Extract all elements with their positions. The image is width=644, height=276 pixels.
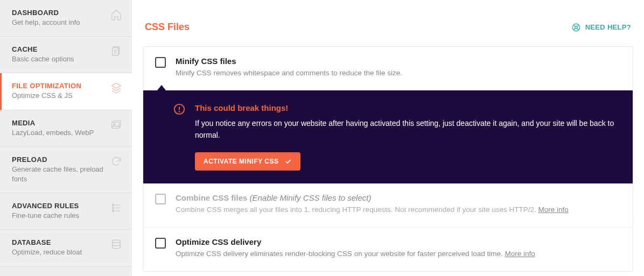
sidebar-item-subtitle: Basic cache options: [12, 54, 106, 64]
list-icon: [110, 202, 122, 214]
sidebar-item-title: MEDIA: [12, 119, 106, 127]
refresh-icon: [110, 155, 122, 167]
setting-title: Optimize CSS delivery: [176, 237, 621, 246]
svg-rect-8: [113, 204, 114, 206]
sidebar-item-title: FILE OPTIMIZATION: [12, 82, 106, 90]
setting-desc: Combine CSS merges all your files into 1…: [176, 204, 621, 215]
home-icon: [110, 9, 122, 20]
optimize-css-delivery-checkbox[interactable]: [155, 238, 166, 249]
sidebar-item-advanced-rules[interactable]: ADVANCED RULES Fine-tune cache rules: [0, 193, 132, 230]
help-icon: [571, 23, 581, 32]
combine-css-checkbox[interactable]: [155, 194, 166, 204]
check-icon: [284, 158, 292, 165]
warning-title: This could break things!: [195, 103, 621, 112]
setting-minify-css: Minify CSS files Minify CSS removes whit…: [143, 47, 633, 90]
more-info-link[interactable]: More info: [538, 206, 569, 214]
svg-point-16: [575, 26, 577, 29]
sidebar-item-cache[interactable]: CACHE Basic cache options: [0, 37, 132, 73]
setting-desc: Minify CSS removes whitespace and commen…: [176, 68, 621, 79]
sidebar-item-title: CACHE: [12, 45, 106, 53]
svg-rect-10: [113, 210, 114, 212]
setting-hint: (Enable Minify CSS files to select): [250, 193, 372, 202]
activate-minify-css-button[interactable]: ACTIVATE MINIFY CSS: [195, 152, 300, 171]
help-label: NEED HELP?: [585, 23, 631, 31]
warning-panel: This could break things! If you notice a…: [143, 90, 633, 183]
sidebar-item-subtitle: Fine-tune cache rules: [12, 211, 106, 221]
warning-icon: [173, 103, 185, 115]
sidebar-item-title: ADVANCED RULES: [12, 202, 106, 210]
sidebar-item-subtitle: Get help, account info: [12, 18, 106, 27]
setting-title: Minify CSS files: [176, 56, 621, 66]
sidebar-item-title: PRELOAD: [12, 155, 106, 164]
svg-line-20: [577, 25, 579, 26]
svg-line-19: [573, 28, 575, 30]
svg-point-23: [179, 111, 180, 112]
page-header: CSS Files NEED HELP?: [143, 22, 633, 33]
images-icon: [110, 119, 122, 131]
document-icon: [110, 45, 122, 57]
sidebar-item-database[interactable]: DATABASE Optimize, reduce bloat: [0, 230, 132, 266]
svg-rect-9: [113, 207, 114, 209]
sidebar: DASHBOARD Get help, account info CACHE B…: [0, 0, 132, 276]
sidebar-item-subtitle: Generate cache files, preload fonts: [12, 165, 106, 184]
svg-line-18: [577, 28, 579, 30]
main-content: CSS Files NEED HELP? Minify CSS files Mi…: [132, 0, 644, 276]
activate-button-label: ACTIVATE MINIFY CSS: [204, 158, 279, 165]
warning-desc: If you notice any errors on your website…: [195, 118, 621, 141]
sidebar-item-subtitle: Optimize, reduce bloat: [12, 247, 106, 257]
setting-desc: Optimize CSS delivery eliminates render-…: [176, 249, 621, 259]
setting-optimize-css-delivery: Optimize CSS delivery Optimize CSS deliv…: [143, 227, 633, 271]
sidebar-item-dashboard[interactable]: DASHBOARD Get help, account info: [0, 0, 132, 37]
layers-icon: [110, 82, 122, 94]
svg-point-14: [113, 240, 121, 243]
page-title: CSS Files: [145, 22, 190, 33]
setting-title: Combine CSS files (Enable Minify CSS fil…: [176, 193, 621, 202]
setting-combine-css: Combine CSS files (Enable Minify CSS fil…: [143, 183, 633, 227]
sidebar-item-media[interactable]: MEDIA LazyLoad, embeds, WebP: [0, 110, 132, 147]
sidebar-item-title: DASHBOARD: [12, 9, 106, 17]
minify-css-checkbox[interactable]: [155, 57, 166, 68]
sidebar-item-title: DATABASE: [12, 238, 106, 246]
sidebar-item-preload[interactable]: PRELOAD Generate cache files, preload fo…: [0, 147, 132, 193]
more-info-link[interactable]: More info: [505, 250, 535, 258]
svg-rect-6: [112, 122, 120, 128]
settings-panel: Minify CSS files Minify CSS removes whit…: [143, 46, 633, 272]
sidebar-item-subtitle: LazyLoad, embeds, WebP: [12, 128, 106, 138]
database-icon: [110, 238, 122, 250]
svg-line-17: [573, 25, 575, 26]
sidebar-item-subtitle: Optimize CSS & JS: [12, 91, 106, 101]
need-help-link[interactable]: NEED HELP?: [571, 23, 631, 32]
sidebar-item-file-optimization[interactable]: FILE OPTIMIZATION Optimize CSS & JS: [0, 73, 132, 110]
